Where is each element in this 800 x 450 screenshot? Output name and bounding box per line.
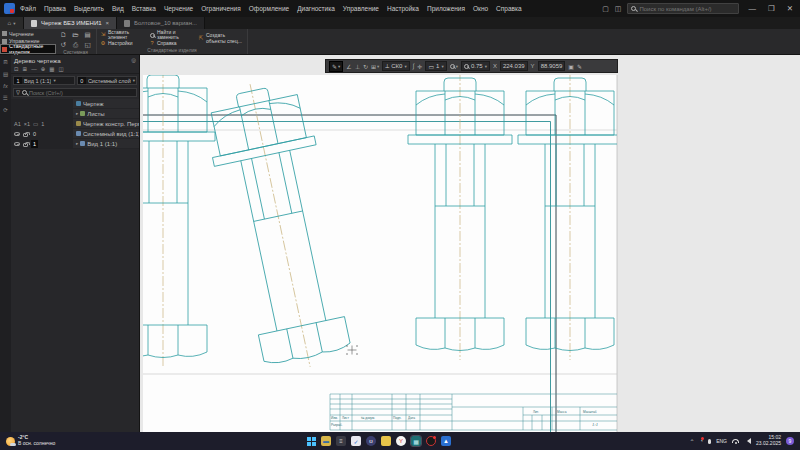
zoom-tool[interactable]: ▾ xyxy=(450,64,458,69)
tree-select-icon[interactable]: ⊞ xyxy=(23,66,28,72)
tree-search-input[interactable] xyxy=(29,90,134,96)
tree-node-view1[interactable]: 1 ▸Вид 1 (1:1) xyxy=(11,139,139,149)
microphone-icon[interactable] xyxy=(708,439,711,444)
tree-filter-icon[interactable]: ⊡ xyxy=(14,66,19,72)
photos-icon[interactable]: ▲ xyxy=(441,436,451,446)
tree-node-drawing[interactable]: Чертеж xyxy=(11,99,139,109)
taskbar-weather-widget[interactable]: -2°C В осн. солнечно xyxy=(6,435,55,447)
menu-help[interactable]: Справка xyxy=(496,5,522,12)
command-search[interactable] xyxy=(627,3,739,14)
notification-icon[interactable]: 9 xyxy=(786,437,794,445)
file-explorer-icon[interactable]: ▬ xyxy=(321,436,331,446)
menu-select[interactable]: Выделить xyxy=(74,5,104,12)
refresh-panel-icon[interactable]: ⟳ xyxy=(3,107,8,113)
yandex-browser-icon[interactable]: Y xyxy=(396,436,406,446)
layout-icon[interactable]: ▢ xyxy=(602,5,609,13)
variables-panel-icon[interactable]: fx xyxy=(3,83,7,89)
tab-drawing-unnamed[interactable]: Чертеж БЕЗ ИМЕНИ1 × xyxy=(24,17,117,29)
layer-field[interactable]: ▭ 1 ▾ xyxy=(425,61,446,71)
tree-panel-icon[interactable]: 🖹 xyxy=(3,59,9,65)
new-document-icon[interactable]: 🗋 xyxy=(58,30,69,39)
menu-edit[interactable]: Правка xyxy=(44,5,66,12)
app-logo-icon[interactable] xyxy=(4,3,15,14)
spline-icon[interactable]: ∫ xyxy=(413,63,415,69)
list-panel-icon[interactable]: ☰ xyxy=(3,95,8,101)
menu-diagnostics[interactable]: Диагностика xyxy=(297,5,335,12)
snap-perpendicular-icon[interactable]: ⊥ xyxy=(355,63,360,70)
view-mode-icon[interactable]: ◫ xyxy=(615,5,622,13)
browser-update-icon[interactable]: ◔ xyxy=(700,438,704,444)
find-replace-button[interactable]: Найти и заменить xyxy=(149,30,195,41)
lock-icon[interactable] xyxy=(23,143,28,147)
tab-close-icon[interactable]: × xyxy=(106,20,110,26)
current-layer-dropdown[interactable]: 0 Системный слой ▾ xyxy=(77,76,137,85)
screen-icon[interactable]: ▣ xyxy=(568,63,574,70)
app-check-icon[interactable]: ✓ xyxy=(351,436,361,446)
close-button[interactable]: ✕ xyxy=(784,4,796,13)
volume-icon[interactable] xyxy=(744,438,751,444)
x-coordinate-field[interactable]: 224.039 xyxy=(500,61,528,71)
grid-toggle[interactable]: ⊞▾ xyxy=(371,63,379,70)
menu-formatting[interactable]: Оформление xyxy=(249,5,289,12)
command-search-input[interactable] xyxy=(639,6,735,12)
print-icon[interactable]: ⎙ xyxy=(70,40,81,49)
mode-standard-parts[interactable]: Стандартные изделия xyxy=(1,45,55,53)
edit-pencil-icon[interactable]: ✎ xyxy=(577,63,582,70)
mode-drawing[interactable]: Черчение xyxy=(1,30,55,38)
drawing-canvas-area[interactable]: Изм. Лист № докум. Подп. Дата Разраб. Ли… xyxy=(140,55,800,432)
wifi-icon[interactable] xyxy=(732,439,739,443)
y-coordinate-field[interactable]: 88.9059 xyxy=(538,61,566,71)
tray-expand-icon[interactable]: ⌃ xyxy=(689,438,694,445)
menu-settings[interactable]: Настройка xyxy=(387,5,419,12)
menu-management[interactable]: Управление xyxy=(343,5,379,12)
visibility-icon[interactable] xyxy=(14,142,20,146)
menu-applications[interactable]: Приложения xyxy=(427,5,465,12)
opera-gx-icon[interactable] xyxy=(426,436,436,446)
settings-button[interactable]: ⚙ Настройки xyxy=(100,41,146,47)
discord-icon[interactable]: ʊ xyxy=(366,436,376,446)
visibility-icon[interactable] xyxy=(14,132,20,136)
menu-window[interactable]: Окно xyxy=(473,5,488,12)
pin-icon[interactable]: ◎ xyxy=(131,57,136,63)
lock-icon[interactable] xyxy=(23,133,28,137)
create-spec-objects-button[interactable]: ⇱ Создать объекты спец... xyxy=(198,33,244,44)
help-button[interactable]: ? Справка xyxy=(149,41,195,47)
language-indicator[interactable]: ENG xyxy=(716,438,727,444)
tree-sheet-icon[interactable]: ◫ xyxy=(59,66,64,72)
tree-node-sheet1[interactable]: А1 ×1 ▭ 1 Чертеж констр. Первый xyxy=(11,119,139,129)
tree-image-icon[interactable]: ▦ xyxy=(49,66,54,72)
drawing-canvas[interactable]: Изм. Лист № докум. Подп. Дата Разраб. Ли… xyxy=(140,55,800,432)
rounding-icon[interactable]: ↻ xyxy=(363,63,368,70)
minimize-button[interactable]: — xyxy=(745,4,759,13)
current-view-dropdown[interactable]: 1 Вид 1 (1:1) ▾ xyxy=(13,76,75,85)
tree-search[interactable]: ∇ xyxy=(13,88,137,97)
tree-node-system-view[interactable]: 0 Системный вид (1:1) xyxy=(11,129,139,139)
restore-button[interactable]: ❐ xyxy=(765,4,778,13)
tree-link-icon[interactable]: ⊕ xyxy=(41,66,46,72)
preview-icon[interactable]: ◱ xyxy=(82,40,93,49)
open-folder-icon[interactable]: 🗁 xyxy=(70,30,81,39)
folder-icon[interactable] xyxy=(381,436,391,446)
tab-bolt-variants[interactable]: Болтовое_10 вариан... xyxy=(117,17,205,29)
zoom-value-field[interactable]: 0.75 ▾ xyxy=(461,61,490,71)
expander-icon[interactable]: ▸ xyxy=(76,141,78,146)
menu-view[interactable]: Вид xyxy=(112,5,124,12)
style-button[interactable]: ✎▾ xyxy=(329,61,343,72)
kompas-taskbar-icon[interactable]: ▦ xyxy=(411,436,421,446)
coordinate-system-field[interactable]: ⟂ СК0 ▾ xyxy=(382,61,409,71)
insert-element-button[interactable]: ⇲ Вставить элемент xyxy=(100,30,146,41)
home-button[interactable]: ⌂▾ xyxy=(0,17,24,29)
tree-node-sheets[interactable]: ▸Листы xyxy=(11,109,139,119)
expander-icon[interactable]: ▸ xyxy=(76,111,78,116)
menu-constraints[interactable]: Ограничения xyxy=(201,5,241,12)
tree-collapse-icon[interactable]: — xyxy=(31,66,37,72)
menu-insert[interactable]: Вставка xyxy=(132,5,156,12)
calculator-icon[interactable]: ≡ xyxy=(336,436,346,446)
clock[interactable]: 15:02 23.02.2025 xyxy=(756,435,781,447)
pan-icon[interactable]: ✛ xyxy=(417,63,422,70)
snap-angle-icon[interactable]: ∠ xyxy=(346,63,351,70)
save-icon[interactable]: ▤ xyxy=(82,30,93,39)
start-button[interactable] xyxy=(306,436,316,446)
undo-icon[interactable]: ↺ xyxy=(58,40,69,49)
menu-drawing[interactable]: Черчение xyxy=(164,5,193,12)
